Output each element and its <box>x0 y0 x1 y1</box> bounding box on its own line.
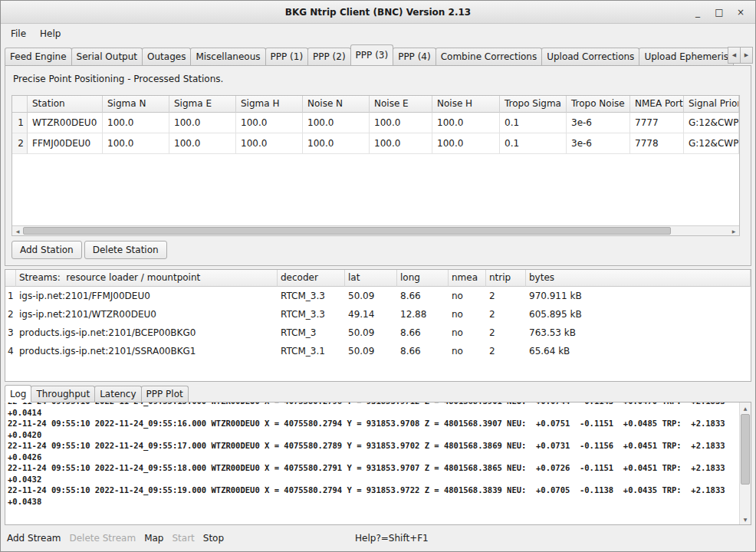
cell-sigma-h[interactable]: 100.0 <box>236 113 303 133</box>
cell-noise-n[interactable]: 100.0 <box>303 133 370 154</box>
tab-upload-ephemeris[interactable]: Upload Ephemeris <box>639 48 734 65</box>
row-number: 4 <box>5 342 16 360</box>
cell-bytes[interactable]: 970.911 kB <box>526 287 751 305</box>
cell-noise-n[interactable]: 100.0 <box>303 113 370 133</box>
cell-decoder[interactable]: RTCM_3.3 <box>278 305 345 324</box>
stream-row[interactable]: 2 igs-ip.net:2101/WTZR00DEU0 RTCM_3.3 49… <box>5 305 751 324</box>
cell-ntrip[interactable]: 2 <box>486 342 526 360</box>
cell-noise-e[interactable]: 100.0 <box>370 133 432 154</box>
minimize-icon[interactable]: _ <box>691 5 705 20</box>
cell-sigma-e[interactable]: 100.0 <box>169 113 236 133</box>
stream-row[interactable]: 3 products.igs-ip.net:2101/BCEP00BKG0 RT… <box>5 324 751 342</box>
add-stream-action[interactable]: Add Stream <box>7 533 61 544</box>
tab-ppp-plot[interactable]: PPP Plot <box>141 386 189 402</box>
cell-sigma-n[interactable]: 100.0 <box>103 113 169 133</box>
cell-long[interactable]: 12.88 <box>397 305 449 324</box>
cell-bytes[interactable]: 763.53 kB <box>526 324 751 342</box>
tab-upload-corrections[interactable]: Upload Corrections <box>541 48 639 65</box>
vertical-scrollbar[interactable]: ▲ ▼ <box>739 402 751 524</box>
scrollbar-track[interactable] <box>671 226 728 235</box>
delete-stream-action: Delete Stream <box>69 533 136 544</box>
tab-ppp-4[interactable]: PPP (4) <box>393 48 436 65</box>
cell-long[interactable]: 8.66 <box>397 287 449 305</box>
scroll-up-icon[interactable]: ▲ <box>740 402 751 413</box>
start-action: Start <box>172 533 194 544</box>
cell-signal-priorities[interactable]: G:12&CWPSLX R:12 <box>684 133 739 154</box>
menu-help[interactable]: Help <box>33 25 67 42</box>
cell-mountpoint[interactable]: products.igs-ip.net:2101/SSRA00BKG1 <box>16 342 278 360</box>
cell-nmea[interactable]: no <box>449 342 486 360</box>
tab-serial-output[interactable]: Serial Output <box>71 48 143 65</box>
cell-sigma-n[interactable]: 100.0 <box>103 133 169 154</box>
cell-tropo-sigma[interactable]: 0.1 <box>500 133 567 154</box>
stream-row[interactable]: 1 igs-ip.net:2101/FFMJ00DEU0 RTCM_3.3 50… <box>5 287 751 305</box>
cell-station[interactable]: FFMJ00DEU0 <box>28 133 103 154</box>
maximize-icon[interactable]: □ <box>712 5 726 20</box>
tab-feed-engine[interactable]: Feed Engine <box>5 48 72 65</box>
cell-mountpoint[interactable]: igs-ip.net:2101/FFMJ00DEU0 <box>16 287 278 305</box>
tab-outages[interactable]: Outages <box>142 48 191 65</box>
cell-decoder[interactable]: RTCM_3.3 <box>278 287 345 305</box>
close-icon[interactable]: × <box>734 5 748 20</box>
tab-ppp-3[interactable]: PPP (3) <box>350 44 394 65</box>
ppp-station-table: Station Sigma N Sigma E Sigma H Noise N … <box>12 95 740 236</box>
cell-mountpoint[interactable]: products.igs-ip.net:2101/BCEP00BKG0 <box>16 324 278 342</box>
menu-file[interactable]: File <box>4 25 33 42</box>
tab-miscellaneous[interactable]: Miscellaneous <box>190 48 265 65</box>
scrollbar-thumb[interactable] <box>741 414 750 485</box>
cell-decoder[interactable]: RTCM_3.1 <box>278 342 345 360</box>
stop-action[interactable]: Stop <box>203 533 224 544</box>
tab-ppp-2[interactable]: PPP (2) <box>307 48 351 65</box>
tab-throughput[interactable]: Throughput <box>31 386 95 402</box>
log-line: 22-11-24 09:55:10 2022-11-24_09:55:17.00… <box>8 440 738 452</box>
cell-sigma-h[interactable]: 100.0 <box>236 133 303 154</box>
cell-tropo-sigma[interactable]: 0.1 <box>500 113 567 133</box>
scrollbar-thumb[interactable] <box>23 227 671 235</box>
scroll-left-icon[interactable]: ◀ <box>12 226 23 235</box>
tab-log[interactable]: Log <box>5 385 31 402</box>
cell-lat[interactable]: 50.09 <box>345 287 397 305</box>
cell-nmea-port[interactable]: 7777 <box>630 113 684 133</box>
cell-decoder[interactable]: RTCM_3 <box>278 324 345 342</box>
cell-bytes[interactable]: 605.895 kB <box>526 305 751 324</box>
scroll-right-icon[interactable]: ▶ <box>728 226 739 235</box>
table-empty-area <box>12 154 739 225</box>
log-view: 22-11-24 09:55:10 2022-11-24_09:55:15.00… <box>5 402 751 525</box>
scroll-down-icon[interactable]: ▼ <box>740 514 751 524</box>
cell-mountpoint[interactable]: igs-ip.net:2101/WTZR00DEU0 <box>16 305 278 324</box>
cell-lat[interactable]: 49.14 <box>345 305 397 324</box>
tab-scroll-buttons: ◀ ▶ <box>728 47 753 64</box>
map-action[interactable]: Map <box>144 533 163 544</box>
cell-ntrip[interactable]: 2 <box>486 305 526 324</box>
cell-noise-h[interactable]: 100.0 <box>432 113 500 133</box>
cell-nmea[interactable]: no <box>449 305 486 324</box>
cell-nmea-port[interactable]: 7778 <box>630 133 684 154</box>
stream-row[interactable]: 4 products.igs-ip.net:2101/SSRA00BKG1 RT… <box>5 342 751 360</box>
cell-noise-h[interactable]: 100.0 <box>432 133 500 154</box>
cell-bytes[interactable]: 65.64 kB <box>526 342 751 360</box>
tab-latency[interactable]: Latency <box>94 386 141 402</box>
cell-station[interactable]: WTZR00DEU0 <box>28 113 103 133</box>
cell-tropo-noise[interactable]: 3e-6 <box>567 133 630 154</box>
cell-ntrip[interactable]: 2 <box>486 287 526 305</box>
cell-long[interactable]: 8.66 <box>397 342 449 360</box>
cell-ntrip[interactable]: 2 <box>486 324 526 342</box>
cell-long[interactable]: 8.66 <box>397 324 449 342</box>
cell-noise-e[interactable]: 100.0 <box>370 113 432 133</box>
tab-scroll-left-icon[interactable]: ◀ <box>728 47 741 64</box>
cell-lat[interactable]: 50.09 <box>345 324 397 342</box>
tab-scroll-right-icon[interactable]: ▶ <box>740 47 753 64</box>
cell-nmea[interactable]: no <box>449 324 486 342</box>
cell-signal-priorities[interactable]: G:12&CWPSLX R:12 <box>684 113 739 133</box>
add-station-button[interactable]: Add Station <box>12 241 82 259</box>
cell-nmea[interactable]: no <box>449 287 486 305</box>
cell-lat[interactable]: 50.09 <box>345 342 397 360</box>
tab-ppp-1[interactable]: PPP (1) <box>265 48 309 65</box>
log-line: +0.0432 <box>8 474 738 485</box>
window-controls: _ □ × <box>691 5 755 20</box>
cell-tropo-noise[interactable]: 3e-6 <box>567 113 630 133</box>
cell-sigma-e[interactable]: 100.0 <box>169 133 236 154</box>
tab-combine-corrections[interactable]: Combine Corrections <box>436 48 543 65</box>
horizontal-scrollbar[interactable]: ◀ ▶ <box>12 225 739 235</box>
delete-station-button[interactable]: Delete Station <box>84 241 167 259</box>
